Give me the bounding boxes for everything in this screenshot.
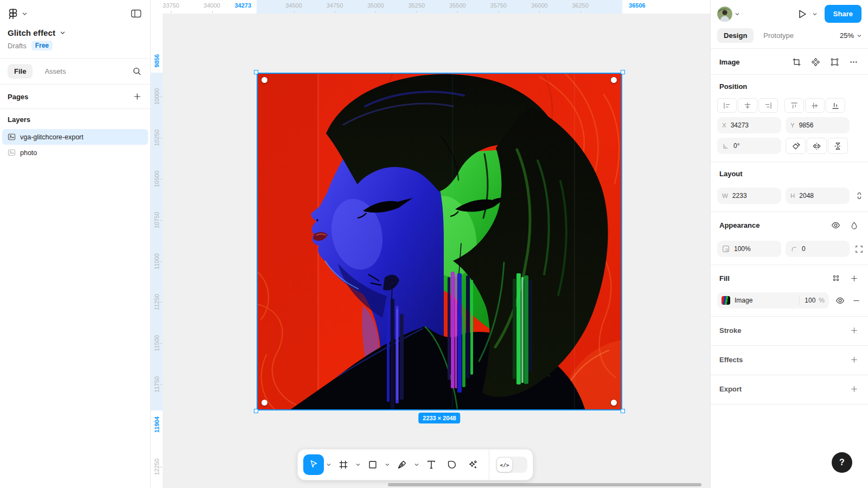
corner-radius-handle[interactable] [611,400,617,406]
figma-main-menu[interactable] [8,8,27,19]
avatar [717,7,732,22]
constrain-proportions-icon[interactable] [854,190,865,201]
fill-section: Fill Image 100 % [711,265,868,316]
layer-row-photo[interactable]: photo [2,145,148,160]
dev-mode-toggle[interactable]: </> [496,457,527,473]
layout-heading: Layout [719,170,743,178]
mask-icon[interactable] [829,56,840,68]
add-stroke-icon[interactable] [849,325,859,336]
align-v-center-icon[interactable] [805,98,825,113]
horizontal-scrollbar[interactable] [388,483,701,486]
width-field[interactable]: W 2233 [717,188,781,204]
dev-mode-icon: </> [496,457,513,472]
ruler-vertical: 9856100001025010500107501100011250115001… [151,0,163,488]
share-button[interactable]: Share [825,5,861,23]
tab-file[interactable]: File [8,64,33,79]
selection-handle-bottom-right[interactable] [621,409,625,413]
fill-image-row[interactable]: Image 100 % [717,292,829,309]
align-h-center-icon[interactable] [738,98,757,113]
flip-horizontal-icon[interactable] [807,138,827,154]
w-label: W [722,192,728,199]
project-breadcrumb[interactable]: Drafts [8,42,27,50]
effects-section: Effects [711,345,868,375]
selection-handle-top-right[interactable] [621,70,625,74]
move-tool-button[interactable] [303,454,324,475]
add-export-icon[interactable] [849,384,859,394]
layer-row-vga-glitchcore-export[interactable]: vga-glitchcore-export [2,129,148,145]
rotation-field[interactable]: 0° [717,138,781,154]
y-position-field[interactable]: Y 9856 [786,117,850,133]
add-page-button[interactable] [132,91,143,102]
help-button[interactable]: ? [832,452,852,473]
selection-handle-bottom-left[interactable] [254,409,258,413]
component-icon[interactable] [810,56,821,68]
height-field[interactable]: H 2048 [786,188,850,204]
collapse-sidebar-button[interactable] [130,8,143,20]
canvas-toolbar: </> [297,449,533,480]
left-sidebar: Glitch effect Drafts Free File Assets Pa… [0,0,151,488]
effects-heading: Effects [719,356,743,364]
remove-fill-minus-icon[interactable] [851,296,861,306]
present-play-button[interactable] [795,7,809,21]
rectangle-tool-button[interactable] [363,454,382,475]
frame-tool-chevron-icon[interactable] [354,454,362,475]
rotate-icon[interactable] [786,138,806,154]
export-section: Export [711,375,868,404]
file-title-chevron-icon[interactable] [60,31,65,35]
tab-design[interactable]: Design [717,28,754,43]
add-fill-icon[interactable] [849,273,859,284]
glitch-image[interactable] [257,73,622,410]
move-tool-chevron-icon[interactable] [325,454,333,475]
comment-tool-button[interactable] [442,454,462,475]
add-effect-icon[interactable] [849,355,859,365]
opacity-field[interactable]: 100% [717,241,781,257]
eye-icon[interactable] [830,220,841,231]
actions-tool-button[interactable] [463,454,482,475]
layer-name: photo [20,149,37,157]
fill-visibility-eye-icon[interactable] [834,295,846,306]
zoom-level-control[interactable]: 25% [840,31,861,40]
plan-badge[interactable]: Free [31,41,53,50]
account-menu[interactable] [717,7,739,22]
corner-radius-field[interactable]: 0 [786,241,850,257]
corner-radius-handle[interactable] [611,77,617,83]
ruler-selection-highlight [151,73,163,410]
selected-image-frame[interactable] [257,73,622,410]
align-right-icon[interactable] [758,98,778,113]
align-bottom-icon[interactable] [826,98,845,113]
pen-tool-chevron-icon[interactable] [413,454,420,475]
ruler-corner [151,0,163,14]
align-left-icon[interactable] [717,98,737,113]
expand-icon[interactable] [854,244,864,254]
corner-radius-handle[interactable] [261,77,267,83]
zoom-level-value: 25% [840,31,854,40]
flip-vertical-icon[interactable] [828,138,848,154]
align-top-icon[interactable] [784,98,804,113]
chevron-down-icon [735,12,739,16]
rectangle-tool-chevron-icon[interactable] [384,454,391,475]
pen-tool-button[interactable] [392,454,412,475]
frame-tool-button[interactable] [334,454,353,475]
canvas-viewport[interactable]: 2233 × 2048 3375034000342733450034750350… [151,0,710,488]
corner-radius-handle[interactable] [261,400,267,406]
tab-prototype[interactable]: Prototype [757,28,800,43]
selection-type-title: Image [719,58,740,66]
opacity-value: 100% [734,245,751,253]
selection-handle-top-left[interactable] [254,70,258,74]
tab-assets[interactable]: Assets [38,64,72,79]
layout-section: Layout W 2233 H 2048 [711,162,868,211]
x-position-field[interactable]: X 34273 [717,117,781,133]
styles-icon[interactable] [831,273,841,284]
fill-opacity-value[interactable]: 100 [805,297,815,304]
present-chevron-icon[interactable] [813,12,817,16]
text-tool-button[interactable] [422,454,441,475]
search-icon[interactable] [131,66,143,77]
fill-opacity-unit: % [819,297,825,304]
blend-drop-icon[interactable] [849,220,859,231]
toolbar-divider [489,450,489,480]
layer-name: vga-glitchcore-export [20,133,84,141]
crop-icon[interactable] [791,56,802,68]
ruler-horizontal: 3375034000342733450034750350003525035500… [151,0,710,14]
more-icon[interactable] [848,56,859,68]
y-value: 9856 [799,121,814,129]
